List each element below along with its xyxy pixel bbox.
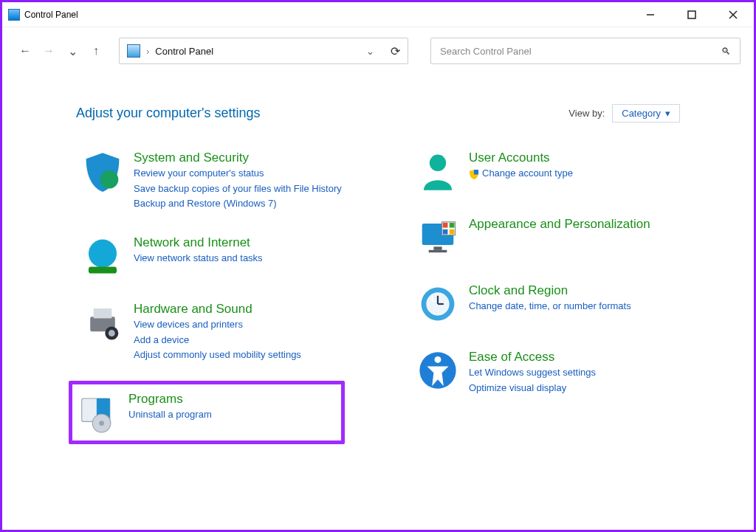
control-panel-icon (127, 44, 140, 58)
page-heading: Adjust your computer's settings (76, 106, 261, 121)
category-link[interactable]: Change account type (469, 167, 573, 180)
category-hardware-sound: Hardware and SoundView devices and print… (76, 296, 389, 367)
maximize-button[interactable] (683, 6, 701, 24)
view-by-dropdown[interactable]: Category ▾ (612, 104, 680, 122)
category-title-ease-of-access[interactable]: Ease of Access (469, 350, 596, 365)
category-title-appearance[interactable]: Appearance and Personalization (469, 217, 650, 232)
category-link[interactable]: Change date, time, or number formats (469, 300, 631, 313)
category-programs: ProgramsUninstall a program (69, 381, 345, 444)
category-title-programs[interactable]: Programs (128, 392, 212, 407)
category-link[interactable]: Backup and Restore (Windows 7) (134, 197, 342, 210)
svg-rect-1 (688, 11, 695, 18)
view-by-control: View by: Category ▾ (568, 104, 680, 122)
app-icon (8, 9, 20, 21)
view-by-label: View by: (568, 108, 605, 119)
category-ease-of-access: Ease of AccessLet Windows suggest settin… (411, 344, 724, 401)
up-button[interactable]: ↑ (88, 44, 104, 58)
search-placeholder: Search Control Panel (440, 46, 532, 57)
address-bar[interactable]: › Control Panel ⌄ ⟳ (119, 38, 408, 64)
category-title-hardware-sound[interactable]: Hardware and Sound (134, 302, 301, 317)
category-link[interactable]: Let Windows suggest settings (469, 366, 596, 379)
category-title-network-internet[interactable]: Network and Internet (134, 235, 263, 250)
refresh-button[interactable]: ⟳ (391, 44, 400, 58)
category-user-accounts: User AccountsChange account type (411, 145, 724, 198)
network-internet-icon (82, 235, 123, 277)
category-link[interactable]: Adjust commonly used mobility settings (134, 348, 301, 362)
view-by-value: Category (622, 108, 661, 119)
chevron-down-icon: ▾ (665, 108, 670, 119)
category-appearance: Appearance and Personalization (411, 211, 724, 264)
category-link[interactable]: Save backup copies of your files with Fi… (134, 182, 342, 196)
back-button[interactable]: ← (17, 44, 33, 58)
hardware-sound-icon (82, 302, 123, 343)
navigation-row: ← → ⌄ ↑ › Control Panel ⌄ ⟳ Search Contr… (2, 27, 754, 72)
category-link[interactable]: Review your computer's status (134, 167, 342, 180)
clock-region-icon (417, 283, 458, 325)
user-accounts-icon (417, 151, 458, 192)
category-link[interactable]: Add a device (134, 334, 301, 347)
minimize-button[interactable] (642, 6, 659, 24)
category-network-internet: Network and InternetView network status … (76, 229, 389, 283)
search-icon: 🔍︎ (721, 46, 731, 57)
close-button[interactable] (724, 6, 742, 24)
ease-of-access-icon (417, 350, 458, 391)
forward-button[interactable]: → (41, 44, 57, 58)
category-system-security: System and SecurityReview your computer'… (76, 145, 389, 216)
category-link[interactable]: View network status and tasks (134, 252, 263, 265)
appearance-icon (417, 217, 458, 258)
uac-shield-icon (469, 169, 479, 179)
recent-dropdown[interactable]: ⌄ (64, 44, 80, 58)
window-title: Control Panel (24, 10, 78, 20)
category-title-clock-region[interactable]: Clock and Region (469, 283, 631, 298)
category-link[interactable]: Uninstall a program (128, 408, 212, 421)
programs-icon (77, 392, 118, 433)
search-input[interactable]: Search Control Panel 🔍︎ (430, 38, 740, 64)
heading-row: Adjust your computer's settings View by:… (2, 72, 754, 137)
category-title-user-accounts[interactable]: User Accounts (469, 151, 573, 165)
breadcrumb-separator: › (146, 46, 149, 57)
chevron-down-icon[interactable]: ⌄ (366, 46, 374, 57)
categories-grid: System and SecurityReview your computer'… (2, 137, 754, 457)
category-link[interactable]: View devices and printers (134, 318, 301, 331)
titlebar: Control Panel (2, 2, 754, 27)
breadcrumb-location[interactable]: Control Panel (155, 46, 213, 57)
system-security-icon (82, 151, 123, 192)
category-link[interactable]: Optimize visual display (469, 381, 596, 395)
category-title-system-security[interactable]: System and Security (134, 151, 342, 165)
category-clock-region: Clock and RegionChange date, time, or nu… (411, 277, 724, 331)
